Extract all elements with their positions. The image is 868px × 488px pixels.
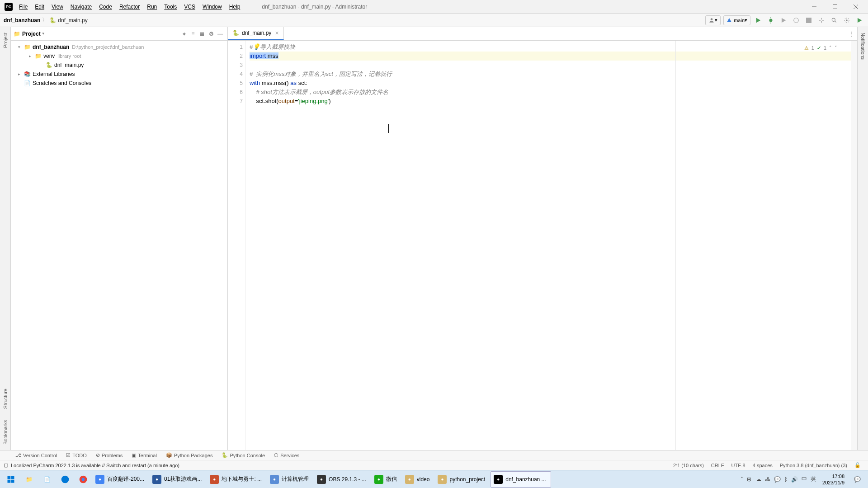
debug-button[interactable] <box>766 15 776 25</box>
chevron-down-icon[interactable]: ˅ <box>835 43 837 52</box>
version-control-tab[interactable]: ⎇ Version Control <box>11 452 61 458</box>
menu-vcs[interactable]: VCS <box>180 0 199 14</box>
services-tab[interactable]: ⬡ Services <box>269 452 304 458</box>
search-everywhere-button[interactable] <box>829 15 839 25</box>
action-center-icon[interactable]: 💬 <box>848 470 866 488</box>
tree-external-libs[interactable]: ▸ 📚 External Libraries <box>11 70 227 79</box>
line-separator[interactable]: CRLF <box>708 463 728 468</box>
menu-refactor[interactable]: Refactor <box>116 0 143 14</box>
tray-security-icon[interactable]: ⛨ <box>747 476 752 483</box>
taskbar-app[interactable]: ●01获取游戏画... <box>150 471 206 488</box>
taskbar-app[interactable]: ●地下城与勇士: ... <box>207 471 266 488</box>
readonly-lock-icon[interactable]: 🔓 <box>851 462 864 468</box>
tray-cloud-icon[interactable]: ☁ <box>756 476 761 483</box>
chevron-right-icon[interactable]: ▸ <box>18 72 24 76</box>
menu-code[interactable]: Code <box>95 0 116 14</box>
close-button[interactable] <box>845 0 866 14</box>
chevron-right-icon[interactable]: ▸ <box>29 54 34 58</box>
expand-all-icon[interactable]: ≡ <box>189 29 198 38</box>
tree-venv[interactable]: ▸ 📁 venv library root <box>11 52 227 61</box>
problems-tab[interactable]: ⊘ Problems <box>91 452 127 458</box>
user-button[interactable]: ▾ <box>705 15 721 25</box>
project-tool-tab[interactable]: Project <box>1 27 10 53</box>
status-indicator-icon[interactable]: ▢ <box>4 462 8 468</box>
indent-info[interactable]: 4 spaces <box>749 463 776 468</box>
tray-volume-icon[interactable]: 🔊 <box>791 476 798 483</box>
maximize-button[interactable] <box>825 0 845 14</box>
chrome-pinned-icon[interactable] <box>74 470 92 488</box>
bookmarks-tool-tab[interactable]: Bookmarks <box>1 414 10 450</box>
menu-navigate[interactable]: Navigate <box>67 0 95 14</box>
breadcrumb-file[interactable]: dnf_main.py <box>58 17 87 23</box>
run-button[interactable] <box>753 15 763 25</box>
coverage-button[interactable] <box>778 15 788 25</box>
menu-tools[interactable]: Tools <box>160 0 180 14</box>
structure-tool-tab[interactable]: Structure <box>1 383 10 414</box>
todo-tab[interactable]: ☑ TODO <box>61 452 91 458</box>
hide-panel-icon[interactable]: — <box>216 29 225 38</box>
select-opened-file-icon[interactable]: ⌖ <box>179 29 189 38</box>
tabs-menu-icon[interactable]: ⋮ <box>846 27 857 40</box>
taskbar-app[interactable]: ●计算机管理 <box>267 471 313 488</box>
python-console-tab[interactable]: 🐍 Python Console <box>217 452 269 458</box>
taskbar-clock[interactable]: 17:08 2023/11/9 <box>819 473 848 486</box>
taskbar-app[interactable]: ●微信 <box>372 471 401 488</box>
tab-dnf-main[interactable]: 🐍 dnf_main.py ✕ <box>228 27 284 40</box>
taskbar-app[interactable]: ●百度翻译-200... <box>93 471 149 488</box>
menu-help[interactable]: Help <box>226 0 244 14</box>
editor-scrollbar[interactable] <box>851 41 857 450</box>
code-editor[interactable]: 1234567 ⚠1 ✔1 ˄ ˅ #💡导入截屏模块 import mss # … <box>228 41 857 450</box>
scratch-icon: 📄 <box>24 80 31 86</box>
chevron-up-icon[interactable]: ˄ <box>829 43 832 52</box>
notepad-pinned-icon[interactable]: 📄 <box>38 470 56 488</box>
stop-button[interactable] <box>804 15 814 25</box>
panel-settings-icon[interactable]: ⚙ <box>207 29 216 38</box>
menu-window[interactable]: Window <box>199 0 226 14</box>
profile-button[interactable] <box>791 15 801 25</box>
project-view-dropdown[interactable]: ▼ <box>42 32 45 36</box>
menu-run[interactable]: Run <box>143 0 160 14</box>
tree-root[interactable]: ▾ 📁 dnf_banzhuan D:\python_project\dnf_b… <box>11 42 227 52</box>
taskbar-app[interactable]: ●OBS 29.1.3 - ... <box>314 471 371 488</box>
app-label: 地下城与勇士: ... <box>222 475 262 483</box>
project-tree[interactable]: ▾ 📁 dnf_banzhuan D:\python_project\dnf_b… <box>11 41 227 450</box>
status-message[interactable]: Localized PyCharm 2022.1.3 is available … <box>11 463 179 468</box>
interpreter-info[interactable]: Python 3.8 (dnf_banzhuan) (3) <box>776 463 851 468</box>
close-tab-icon[interactable]: ✕ <box>275 30 279 36</box>
svg-point-19 <box>82 478 85 481</box>
system-tray[interactable]: ˄ ⛨ ☁ 🖧 💬 ᛒ 🔊 中 英 <box>738 475 819 483</box>
caret-position[interactable]: 2:1 (10 chars) <box>670 463 708 468</box>
tray-bluetooth-icon[interactable]: ᛒ <box>784 476 788 483</box>
tray-chevron-up-icon[interactable]: ˄ <box>741 476 743 483</box>
inspection-widget[interactable]: ⚠1 ✔1 ˄ ˅ <box>804 43 837 52</box>
minimize-button[interactable] <box>804 0 825 14</box>
menu-edit[interactable]: Edit <box>31 0 48 14</box>
python-packages-tab[interactable]: 📦 Python Packages <box>161 452 217 458</box>
project-sidebar: 📁 Project ▼ ⌖ ≡ ≣ ⚙ — ▾ 📁 dnf_banzhuan D… <box>11 27 228 450</box>
start-button[interactable] <box>2 470 20 488</box>
tab-label: dnf_main.py <box>242 30 271 36</box>
chevron-down-icon[interactable]: ▾ <box>18 45 24 49</box>
git-update-button[interactable] <box>816 15 826 25</box>
file-encoding[interactable]: UTF-8 <box>728 463 749 468</box>
explorer-pinned-icon[interactable]: 📁 <box>20 470 38 488</box>
taskbar-app[interactable]: ●python_project <box>435 471 490 488</box>
menu-file[interactable]: File <box>15 0 31 14</box>
notifications-tool-tab[interactable]: Notifications <box>859 27 868 65</box>
terminal-tab[interactable]: ▣ Terminal <box>127 452 161 458</box>
tree-file-main[interactable]: 🐍 dnf_main.py <box>11 61 227 70</box>
breadcrumb-project[interactable]: dnf_banzhuan <box>4 17 40 23</box>
tray-network-icon[interactable]: 🖧 <box>765 476 770 483</box>
taskbar-app[interactable]: ●dnf_banzhuan ... <box>491 471 551 488</box>
settings-button[interactable] <box>842 15 852 25</box>
collapse-all-icon[interactable]: ≣ <box>198 29 207 38</box>
taskbar-app[interactable]: ●video <box>402 471 434 488</box>
run-anything-button[interactable] <box>854 15 864 25</box>
ime-indicator-1[interactable]: 中 <box>802 475 807 483</box>
ime-indicator-2[interactable]: 英 <box>811 475 816 483</box>
menu-view[interactable]: View <box>48 0 67 14</box>
tray-wechat-icon[interactable]: 💬 <box>774 476 781 483</box>
tree-scratches[interactable]: 📄 Scratches and Consoles <box>11 79 227 88</box>
edge-pinned-icon[interactable] <box>56 470 74 488</box>
run-config-selector[interactable]: main ▾ <box>723 15 750 25</box>
